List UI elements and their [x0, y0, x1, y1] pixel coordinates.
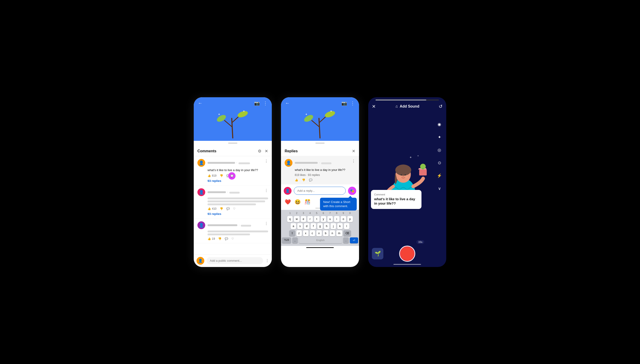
comment-more-2[interactable]: ⋮ — [264, 188, 268, 193]
key-s[interactable]: s — [297, 223, 303, 229]
dislike-btn-1[interactable]: 👎 — [220, 174, 223, 177]
shorts-refresh-btn[interactable]: ↺ — [439, 104, 443, 109]
key-l[interactable]: l — [344, 223, 349, 229]
top-nav-1: ← 📷 ⋮ — [194, 97, 272, 109]
num-1[interactable]: 1 — [287, 211, 293, 215]
heart-btn-2[interactable]: ♡ — [233, 207, 235, 210]
key-g[interactable]: g — [317, 223, 323, 229]
svg-point-18 — [395, 164, 411, 176]
key-r[interactable]: r — [307, 216, 313, 222]
key-y[interactable]: y — [321, 216, 326, 222]
num-8[interactable]: 8 — [334, 211, 340, 215]
num-2[interactable]: 2 — [294, 211, 299, 215]
key-num-switch[interactable]: ?123 — [282, 238, 291, 243]
key-a[interactable]: a — [291, 223, 296, 229]
key-u[interactable]: u — [327, 216, 333, 222]
key-space[interactable]: English — [299, 238, 342, 243]
original-reply-btn[interactable]: 💬 — [309, 178, 312, 182]
emoji-heart[interactable]: ❤️ — [285, 199, 291, 205]
time-bar-1 — [238, 162, 250, 164]
replies-link-2[interactable]: 93 replies — [207, 212, 268, 216]
num-5[interactable]: 5 — [314, 211, 319, 215]
more-icon-1[interactable]: ⋮ — [263, 100, 268, 106]
add-sound-label: Add Sound — [400, 104, 419, 108]
num-9[interactable]: 9 — [341, 211, 346, 215]
like-btn-3[interactable]: 👍 19 — [207, 237, 215, 240]
key-m[interactable]: m — [336, 230, 342, 236]
comment-input-field[interactable] — [207, 257, 263, 264]
emoji-laugh[interactable]: 😆 — [294, 199, 301, 205]
key-v[interactable]: v — [316, 230, 322, 236]
reply-send-btn[interactable]: 🎭 — [348, 187, 356, 195]
key-c[interactable]: c — [310, 230, 315, 236]
colors-btn[interactable]: ◉ — [435, 120, 444, 128]
num-0[interactable]: 0 — [347, 211, 353, 215]
avatar-2: 👤 — [197, 188, 205, 196]
key-shift[interactable]: ⇧ — [289, 230, 295, 236]
original-like-btn[interactable]: 👍 — [295, 178, 298, 182]
key-f[interactable]: f — [310, 223, 316, 229]
num-3[interactable]: 3 — [301, 211, 306, 215]
camera-icon-2[interactable]: 📷 — [341, 100, 347, 106]
thumbnail-icon[interactable]: 🌱 — [372, 248, 383, 260]
heart-btn-3[interactable]: ♡ — [231, 237, 234, 240]
reply-input-field[interactable] — [294, 187, 346, 195]
filter-btn-3[interactable]: ⚡ — [435, 172, 444, 180]
back-icon-2[interactable]: ← — [285, 100, 290, 106]
more-icon-2[interactable]: ⋮ — [350, 100, 355, 106]
num-4[interactable]: 4 — [307, 211, 313, 215]
record-button[interactable] — [399, 246, 415, 262]
key-p[interactable]: p — [347, 216, 353, 222]
key-w[interactable]: w — [294, 216, 299, 222]
comment-input-more[interactable]: ⋮ — [265, 258, 269, 263]
comment-more-1[interactable]: ⋮ — [264, 159, 268, 163]
author-name-row-1: · — [207, 162, 250, 164]
reply-btn-2[interactable]: 💬 — [226, 207, 230, 210]
close-btn-2[interactable]: ✕ — [352, 149, 355, 154]
key-delete[interactable]: ⌫ — [344, 230, 351, 236]
avatar-input: 👤 — [196, 257, 204, 265]
phone-shorts-editor: ✕ ♫ Add Sound ↺ ◉ ✦ ◎ ⊙ ⚡ ∨ ✦ ✦ — [368, 97, 446, 267]
camera-icon-1[interactable]: 📷 — [254, 100, 260, 106]
key-enter[interactable]: ⏎ — [350, 238, 358, 243]
original-dislike-btn[interactable]: 👎 — [302, 178, 305, 182]
shorts-close-btn[interactable]: ✕ — [372, 104, 376, 109]
like-btn-2[interactable]: 👍 410 — [207, 207, 216, 210]
key-comma[interactable]: , — [292, 238, 298, 243]
svg-line-0 — [232, 118, 233, 138]
emoji-confetti[interactable]: 🎊 — [304, 199, 310, 205]
key-j[interactable]: j — [331, 223, 336, 229]
key-period[interactable]: . — [343, 238, 349, 243]
key-b[interactable]: b — [323, 230, 329, 236]
reply-btn-3[interactable]: 💬 — [225, 237, 228, 240]
comment-more-3[interactable]: ⋮ — [264, 221, 268, 226]
num-7[interactable]: 7 — [327, 211, 333, 215]
filter-btn-1[interactable]: ⚙ — [258, 149, 261, 154]
dislike-btn-2[interactable]: 👎 — [220, 207, 223, 210]
back-icon-1[interactable]: ← — [198, 100, 202, 106]
close-btn-1[interactable]: ✕ — [265, 149, 268, 154]
key-z[interactable]: z — [296, 230, 302, 236]
key-d[interactable]: d — [304, 223, 309, 229]
original-meta: 819 likes · 93 replies — [295, 174, 355, 176]
num-6[interactable]: 6 — [321, 211, 326, 215]
key-q[interactable]: q — [287, 216, 293, 222]
speed-btn[interactable]: ◎ — [435, 146, 444, 154]
key-e[interactable]: e — [301, 216, 306, 222]
key-n[interactable]: n — [330, 230, 335, 236]
sparkles-btn[interactable]: ✦ — [435, 133, 444, 141]
key-t[interactable]: t — [314, 216, 319, 222]
key-k[interactable]: k — [337, 223, 343, 229]
original-more[interactable]: ⋮ — [352, 159, 355, 163]
key-o[interactable]: o — [341, 216, 346, 222]
key-h[interactable]: h — [324, 223, 330, 229]
like-btn-1[interactable]: 👍 819 — [207, 174, 216, 177]
more-tools-btn[interactable]: ∨ — [435, 184, 444, 193]
key-x[interactable]: x — [303, 230, 308, 236]
key-i[interactable]: i — [334, 216, 340, 222]
timer-btn[interactable]: ⊙ — [435, 159, 444, 167]
screens-container: ← 📷 ⋮ ✦ ✦ — [194, 97, 446, 267]
replies-link-1[interactable]: 93 replies — [207, 179, 268, 182]
keyboard-area[interactable]: 1 2 3 4 5 6 7 8 9 0 q w e r t y — [281, 210, 359, 246]
dislike-btn-3[interactable]: 👎 — [218, 237, 221, 240]
